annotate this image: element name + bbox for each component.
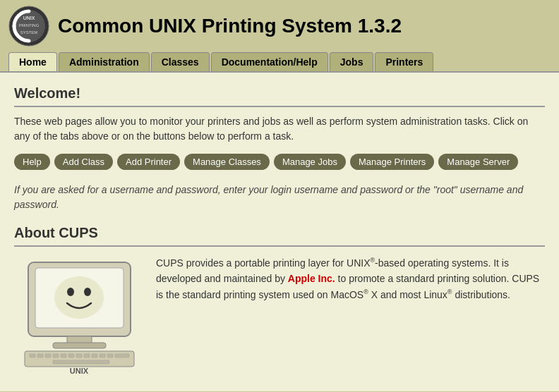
main-content: Welcome! These web pages allow you to mo… [0, 73, 559, 391]
about-text: CUPS provides a portable printing layer … [156, 255, 545, 302]
tab-documentation[interactable]: Documentation/Help [211, 52, 328, 71]
about-section: UNIX CUPS provides a portable printing l… [14, 255, 545, 377]
svg-rect-22 [100, 354, 105, 357]
action-buttons-container: Help Add Class Add Printer Manage Classe… [14, 154, 545, 170]
btn-help[interactable]: Help [14, 154, 50, 170]
tab-jobs[interactable]: Jobs [330, 52, 374, 71]
svg-rect-23 [107, 354, 113, 357]
btn-manage-classes[interactable]: Manage Classes [184, 154, 270, 170]
unix-computer-illustration: UNIX [14, 255, 145, 375]
registered-sup3: ® [447, 288, 452, 295]
svg-rect-25 [53, 360, 109, 364]
svg-rect-11 [53, 343, 106, 348]
svg-rect-13 [30, 354, 35, 357]
welcome-heading: Welcome! [14, 85, 545, 107]
svg-point-7 [54, 276, 104, 319]
svg-rect-19 [76, 354, 82, 357]
svg-text:UNIX: UNIX [23, 16, 35, 20]
svg-rect-24 [115, 354, 129, 357]
unix-logo-container: UNIX [14, 255, 145, 377]
apple-inc-link[interactable]: Apple Inc. [288, 273, 335, 284]
svg-rect-14 [37, 354, 43, 357]
italic-note: If you are asked for a username and pass… [14, 183, 545, 212]
about-text-p5: distributions. [452, 289, 510, 300]
svg-rect-17 [61, 354, 66, 357]
welcome-paragraph: These web pages allow you to monitor you… [14, 114, 545, 144]
svg-rect-12 [25, 351, 134, 367]
about-text-p1: CUPS provides a portable printing layer … [156, 257, 370, 269]
tab-classes[interactable]: Classes [151, 52, 210, 71]
app-title: Common UNIX Printing System 1.3.2 [58, 15, 402, 37]
tab-home[interactable]: Home [8, 52, 57, 71]
svg-point-8 [67, 288, 74, 296]
tab-printers[interactable]: Printers [375, 52, 433, 71]
svg-rect-20 [84, 354, 90, 357]
btn-manage-jobs[interactable]: Manage Jobs [274, 154, 346, 170]
svg-text:PRINTING: PRINTING [19, 23, 40, 27]
svg-point-9 [84, 288, 91, 296]
navbar: Home Administration Classes Documentatio… [0, 52, 559, 73]
svg-text:SYSTEM: SYSTEM [20, 30, 38, 35]
registered-sup2: ® [363, 288, 368, 295]
about-text-p4: X and most Linux [368, 289, 447, 300]
svg-rect-21 [92, 354, 97, 357]
cups-logo: UNIX PRINTING SYSTEM [8, 6, 49, 47]
svg-rect-16 [53, 354, 59, 357]
about-heading: About CUPS [14, 225, 545, 247]
svg-rect-18 [68, 354, 74, 357]
svg-text:UNIX: UNIX [70, 367, 89, 375]
btn-manage-printers[interactable]: Manage Printers [350, 154, 434, 170]
header: UNIX PRINTING SYSTEM Common UNIX Printin… [0, 0, 559, 52]
tab-administration[interactable]: Administration [59, 52, 150, 71]
btn-add-printer[interactable]: Add Printer [117, 154, 180, 170]
svg-rect-15 [45, 354, 51, 357]
btn-add-class[interactable]: Add Class [54, 154, 113, 170]
btn-manage-server[interactable]: Manage Server [438, 154, 518, 170]
